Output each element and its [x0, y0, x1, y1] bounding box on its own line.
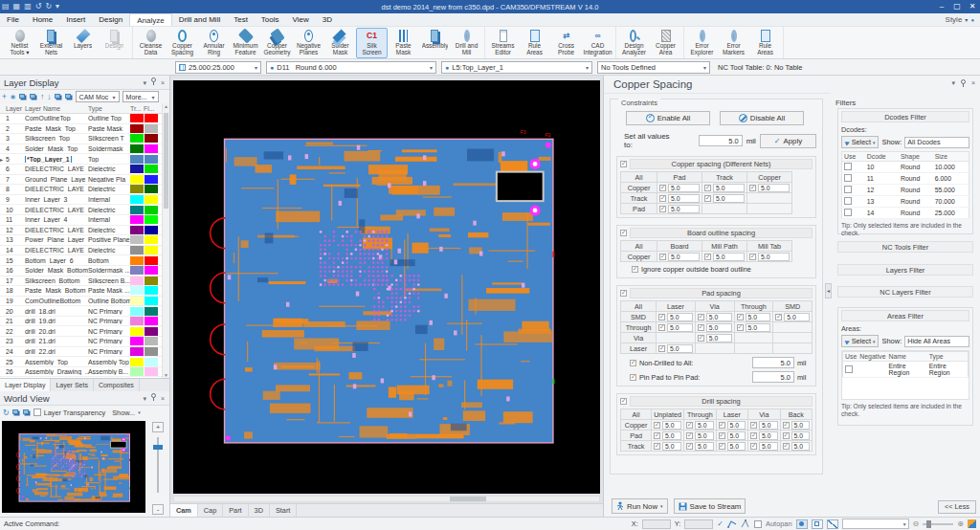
spacing-checkbox[interactable] — [698, 324, 704, 331]
zoom-out-icon[interactable]: ⊖ — [913, 519, 920, 528]
spacing-checkbox[interactable] — [704, 195, 711, 202]
trace-color-swatch[interactable] — [130, 165, 144, 173]
move-layer-up-icon[interactable]: ↑ — [40, 91, 44, 102]
zoom-slider-thumb[interactable] — [153, 445, 163, 450]
move-layer-down-icon[interactable]: ↓ — [47, 91, 51, 102]
dcode-use-checkbox[interactable] — [844, 163, 852, 170]
layer-row-3[interactable]: 3Silkscreen_TopSilkscreen T — [0, 134, 169, 144]
spacing-value-input[interactable]: 5.0 — [713, 184, 745, 192]
x-coordinate-input[interactable] — [642, 519, 671, 529]
layer-row-10[interactable]: 10DIELECTRIC_LAYEDielectric — [0, 205, 169, 215]
chevron-down-icon[interactable]: ▾ — [143, 391, 146, 406]
dcodes-show-combo[interactable]: All Dcodes — [904, 137, 969, 148]
areas-show-combo[interactable]: Hide All Areas — [904, 336, 969, 347]
spacing-value-input[interactable]: 5.0 — [727, 421, 746, 430]
column-header-layer[interactable]: Layer — [6, 105, 25, 112]
area-row[interactable]: Entire RegionEntire Region — [843, 362, 969, 378]
flash-color-swatch[interactable] — [145, 266, 158, 275]
negative-planes-button[interactable]: Negative Planes — [293, 28, 324, 58]
trace-color-swatch[interactable] — [130, 215, 144, 224]
menu-insert[interactable]: Insert — [59, 13, 92, 26]
flash-color-swatch[interactable] — [145, 276, 158, 285]
solder-mask-button[interactable]: Solder Mask — [324, 28, 356, 58]
cam-mode-combo[interactable]: CAM Moc▾ — [76, 91, 120, 102]
spacing-checkbox[interactable] — [658, 324, 665, 331]
cleanse-data-button[interactable]: Cleanse Data — [135, 28, 167, 58]
spacing-value-input[interactable]: 5.0 — [791, 442, 811, 451]
spacing-checkbox[interactable] — [783, 443, 790, 450]
spacing-checkbox[interactable] — [658, 345, 665, 352]
dcode-use-checkbox[interactable] — [844, 174, 852, 182]
drill-and-mill-button[interactable]: Drill and Mill — [451, 28, 482, 58]
spacing-value-input[interactable]: 5.0 — [746, 313, 771, 321]
trace-color-swatch[interactable] — [130, 358, 144, 366]
menu-tools[interactable]: Tools — [255, 13, 286, 26]
spacing-value-input[interactable]: 5.0 — [667, 323, 693, 332]
layer-row-13[interactable]: 13Power_Plane_Layer_5Positive Plane — [0, 235, 169, 246]
layer-row-9[interactable]: 9Inner_Layer_3Internal — [0, 195, 169, 206]
flash-color-swatch[interactable] — [145, 215, 158, 224]
column-header-fl[interactable]: Fl... — [144, 105, 157, 112]
spacing-checkbox[interactable] — [719, 443, 725, 450]
spacing-value-input[interactable]: 5.0 — [668, 194, 700, 203]
section-title[interactable]: Copper spacing (Different Nets) — [630, 159, 813, 169]
flash-color-swatch[interactable] — [145, 286, 158, 295]
measure-path-icon[interactable] — [727, 519, 737, 528]
spacing-checkbox[interactable] — [654, 422, 660, 429]
layer-row-12[interactable]: 12DIELECTRIC_LAYEDielectric — [0, 226, 169, 236]
streams-editor-button[interactable]: Streams Editor — [487, 28, 519, 58]
trace-color-swatch[interactable] — [130, 256, 144, 265]
column-header-tr[interactable]: Tr... — [130, 105, 144, 112]
error-markers-button[interactable]: Error Markers — [718, 28, 749, 58]
spacing-value-input[interactable]: 5.0 — [746, 323, 771, 332]
layer-row-17[interactable]: 17Silkscreen_BottomSilkscreen B... — [0, 276, 169, 287]
frame-view-icon[interactable] — [12, 409, 18, 414]
trace-color-swatch[interactable] — [130, 246, 144, 254]
column-header-layer-name[interactable]: Layer Name — [25, 105, 88, 112]
trace-color-swatch[interactable] — [130, 276, 144, 285]
pcb-board-graphic[interactable]: F3F2 — [173, 80, 600, 494]
zoom-in-button[interactable]: + — [152, 422, 164, 432]
tab-layer-sets[interactable]: Layer Sets — [51, 379, 93, 391]
layer-row-26[interactable]: 26Assembly_Drawing_...Assembly B... — [0, 367, 169, 378]
layer-row-7[interactable]: 7Ground_Plane_LayeNegative Pla — [0, 175, 169, 186]
flash-color-swatch[interactable] — [145, 165, 158, 173]
dcode-row[interactable]: 10Round10.000 — [842, 162, 969, 173]
spacing-checkbox[interactable] — [749, 254, 756, 260]
assembly-button[interactable]: Assembly — [419, 28, 451, 58]
dcodes-select-button[interactable]: ▶ Select ▾ — [841, 136, 879, 148]
enable-all-button[interactable]: Enable All — [626, 111, 710, 125]
status-zoom-slider[interactable] — [923, 523, 953, 525]
layers-button[interactable]: Layers — [67, 28, 99, 58]
spacing-value-input[interactable]: 5.0 — [668, 253, 700, 261]
spacing-value-input[interactable]: 5.0 — [759, 442, 777, 451]
flash-color-swatch[interactable] — [145, 195, 158, 204]
tab-composites[interactable]: Composites — [94, 379, 140, 391]
display-mode-icon[interactable] — [968, 519, 976, 528]
flash-color-swatch[interactable] — [145, 297, 158, 305]
menu-test[interactable]: Test — [227, 13, 255, 26]
dcode-row[interactable]: 14Round25.000 — [842, 208, 969, 219]
layer-row-6[interactable]: 6DIELECTRIC_LAYEDielectric — [0, 165, 169, 175]
dcode-use-checkbox[interactable] — [844, 209, 852, 216]
tools-combo[interactable]: No Tools Defined▾ — [597, 61, 710, 74]
layer-row-5[interactable]: ▸5*Top_Layer_1Top — [0, 154, 169, 165]
set-all-input[interactable]: 5.0 — [699, 135, 743, 146]
flash-color-swatch[interactable] — [145, 256, 158, 265]
dcode-row[interactable]: 12Round55.000 — [842, 185, 969, 196]
flash-color-swatch[interactable] — [145, 337, 158, 345]
copy-layer-icon[interactable] — [19, 94, 25, 99]
flash-color-swatch[interactable] — [145, 367, 158, 376]
spacing-value-input[interactable]: 5.0 — [667, 344, 693, 353]
flash-color-swatch[interactable] — [145, 317, 158, 325]
netlist-tools-button[interactable]: Netlist Tools ▾ — [4, 28, 35, 58]
layer-row-18[interactable]: 18Paste_Mask_BottomPaste Mask ... — [0, 286, 169, 297]
section-checkbox[interactable] — [620, 230, 627, 236]
run-now-button[interactable]: Run Now ▾ — [612, 498, 668, 514]
cad-integration-button[interactable]: ∞CAD Integration — [582, 28, 613, 58]
section-title[interactable]: Pad spacing — [630, 288, 813, 298]
canvas-tab-3d[interactable]: 3D — [249, 504, 270, 517]
pin-icon[interactable] — [150, 391, 157, 406]
layer-table-scrollbar[interactable]: ▲▼ — [162, 103, 169, 378]
annular-ring-button[interactable]: Annular Ring — [198, 28, 230, 58]
